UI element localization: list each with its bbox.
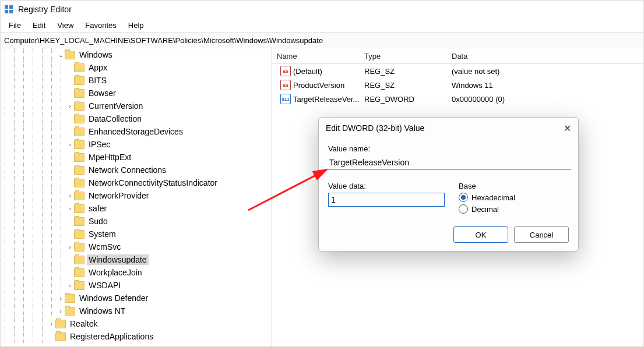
folder-icon	[74, 63, 85, 72]
value-name-field[interactable]	[328, 155, 571, 170]
tree-node-label: IPSec	[87, 139, 112, 150]
folder-icon	[74, 268, 85, 277]
header-name[interactable]: Name	[272, 52, 364, 61]
tree-node-label: WcmSvc	[87, 242, 122, 252]
chevron-right-icon[interactable]	[57, 307, 65, 314]
tree-node[interactable]: NetworkConnectivityStatusIndicator	[1, 176, 272, 189]
radio-dec-row[interactable]: Decimal	[459, 204, 569, 214]
value-type: REG_DWORD	[364, 95, 452, 104]
tree-node[interactable]: Windows NT	[1, 304, 272, 317]
chevron-right-icon[interactable]	[47, 320, 55, 327]
menu-help[interactable]: Help	[124, 20, 149, 31]
value-row[interactable]: ab(Default)REG_SZ(value not set)	[272, 64, 643, 78]
address-text: Computer\HKEY_LOCAL_MACHINE\SOFTWARE\Pol…	[4, 36, 323, 45]
tree-node[interactable]: Windowsupdate	[1, 253, 272, 266]
value-data-field[interactable]	[328, 193, 445, 207]
header-type[interactable]: Type	[364, 52, 452, 61]
tree-node[interactable]: WcmSvc	[1, 240, 272, 253]
tree-node-label: Windows NT	[78, 306, 127, 316]
tree-node-label: Sudo	[87, 216, 110, 226]
tree-node[interactable]: WSDAPI	[1, 279, 272, 292]
radio-hex-row[interactable]: Hexadecimal	[459, 193, 569, 202]
menubar: File Edit View Favorites Help	[1, 18, 643, 32]
tree-node[interactable]: Bowser	[1, 87, 272, 100]
tree-node[interactable]: safer	[1, 202, 272, 215]
tree-node[interactable]: EnhancedStorageDevices	[1, 125, 272, 138]
tree-node-label: Realtek	[68, 318, 99, 329]
folder-icon	[74, 140, 85, 149]
tree-node[interactable]: CurrentVersion	[1, 100, 272, 112]
chevron-right-icon[interactable]	[66, 192, 74, 199]
address-bar[interactable]: Computer\HKEY_LOCAL_MACHINE\SOFTWARE\Pol…	[1, 32, 643, 48]
svg-rect-1	[9, 5, 13, 9]
tree-node-label: System	[87, 229, 118, 239]
tree-node[interactable]: Network Connections	[1, 164, 272, 176]
folder-icon	[55, 320, 66, 328]
folder-icon	[74, 243, 85, 252]
value-row[interactable]: 011TargetReleaseVer...REG_DWORD0x0000000…	[272, 92, 643, 106]
radio-hex[interactable]	[459, 193, 468, 202]
folder-icon	[74, 281, 85, 290]
chevron-right-icon[interactable]	[66, 205, 74, 212]
tree-node-label: CurrentVersion	[87, 101, 145, 111]
edit-dword-dialog: Edit DWORD (32-bit) Value ✕ Value name: …	[318, 117, 579, 252]
chevron-right-icon[interactable]	[66, 141, 74, 148]
value-row[interactable]: abProductVersionREG_SZWindows 11	[272, 78, 643, 92]
tree-node[interactable]: System	[1, 228, 272, 240]
folder-icon	[74, 204, 85, 213]
radio-dec-label: Decimal	[471, 205, 499, 214]
tree-node[interactable]: DataCollection	[1, 112, 272, 125]
menu-view[interactable]: View	[52, 20, 78, 31]
close-icon[interactable]: ✕	[564, 123, 571, 134]
chevron-right-icon[interactable]	[66, 102, 74, 109]
folder-icon	[74, 76, 85, 85]
svg-rect-2	[5, 10, 8, 13]
chevron-right-icon[interactable]	[57, 295, 65, 302]
tree-node[interactable]: WorkplaceJoin	[1, 266, 272, 279]
tree-node[interactable]: Realtek	[1, 317, 272, 330]
header-data[interactable]: Data	[452, 52, 643, 61]
value-name: TargetReleaseVer...	[293, 95, 359, 104]
menu-favorites[interactable]: Favorites	[80, 20, 121, 31]
tree-node[interactable]: Sudo	[1, 215, 272, 228]
window-title: Registry Editor	[18, 5, 72, 14]
app-icon	[4, 5, 13, 14]
tree-node-label: DataCollection	[87, 114, 143, 124]
cancel-button[interactable]: Cancel	[514, 226, 569, 243]
tree-node[interactable]: IPSec	[1, 138, 272, 151]
radio-dec[interactable]	[459, 204, 468, 214]
value-data-label: Value data:	[328, 182, 445, 190]
tree-pane[interactable]: WindowsAppxBITSBowserCurrentVersionDataC…	[1, 48, 272, 347]
tree-node[interactable]: Appx	[1, 61, 272, 74]
tree-node[interactable]: RegisteredApplications	[1, 330, 272, 343]
menu-file[interactable]: File	[4, 20, 26, 31]
folder-icon	[74, 102, 85, 111]
folder-icon	[65, 307, 75, 316]
dialog-titlebar: Edit DWORD (32-bit) Value ✕	[319, 118, 578, 139]
ok-button[interactable]: OK	[453, 226, 508, 243]
tree-node[interactable]: Windows	[1, 48, 272, 61]
value-data: 0x00000000 (0)	[452, 95, 643, 104]
tree-node[interactable]: Windows Defender	[1, 292, 272, 304]
folder-icon	[65, 51, 75, 59]
tree-node[interactable]: BITS	[1, 74, 272, 87]
value-data: (value not set)	[452, 67, 643, 76]
chevron-down-icon[interactable]	[57, 51, 65, 59]
chevron-right-icon[interactable]	[66, 243, 74, 250]
chevron-right-icon[interactable]	[66, 282, 74, 289]
tree-node-label: Windows	[78, 49, 114, 60]
tree-node-label: Network Connections	[87, 165, 168, 175]
folder-icon	[74, 217, 85, 226]
dword-icon: 011	[280, 94, 291, 104]
tree-node-label: Bowser	[87, 88, 118, 98]
value-type: REG_SZ	[364, 67, 452, 76]
value-data: Windows 11	[452, 81, 643, 90]
folder-icon	[65, 294, 75, 303]
menu-edit[interactable]: Edit	[28, 20, 50, 31]
tree-node[interactable]: MpeHttpExt	[1, 151, 272, 164]
folder-icon	[55, 332, 66, 341]
tree-node[interactable]: NetworkProvider	[1, 189, 272, 202]
tree-node-label: Windowsupdate	[87, 254, 149, 265]
folder-icon	[74, 179, 85, 187]
folder-icon	[74, 128, 85, 136]
